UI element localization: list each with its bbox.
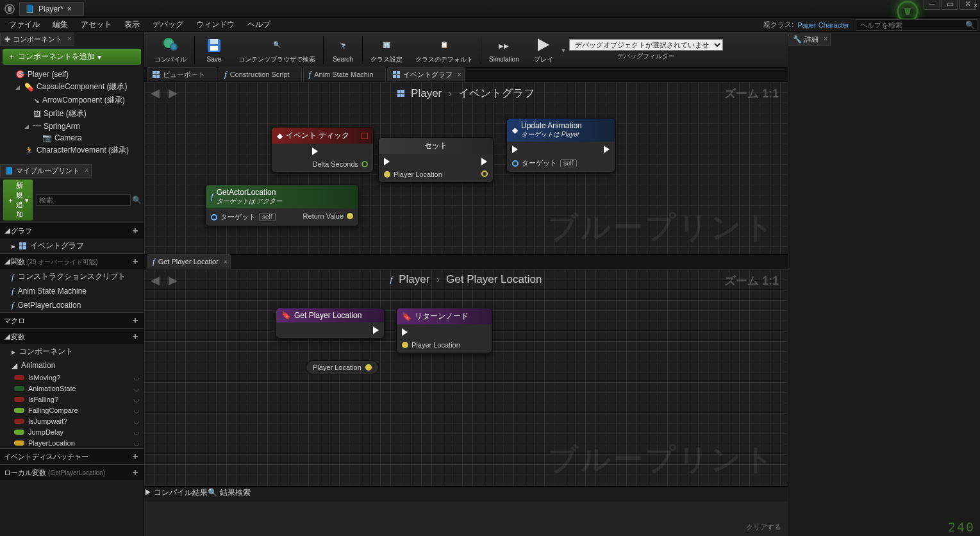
- visibility-icon[interactable]: ◡: [133, 428, 140, 436]
- pin-target[interactable]: ターゲットself: [211, 212, 276, 222]
- play-button[interactable]: プレイ: [526, 35, 561, 65]
- pin-target[interactable]: ターゲットself: [512, 158, 577, 168]
- clear-link[interactable]: クリアする: [746, 523, 781, 532]
- menu-asset[interactable]: アセット: [74, 18, 118, 31]
- variable-row[interactable]: IsJumpwait?◡: [0, 415, 144, 426]
- exec-out-pin[interactable]: [604, 146, 610, 153]
- node-event-tick[interactable]: ◆イベント ティック Delta Seconds: [271, 127, 374, 172]
- function-item[interactable]: fコンストラクションスクリプト: [0, 269, 144, 284]
- close-icon[interactable]: ×: [224, 258, 228, 265]
- tree-row[interactable]: 📷 Camera: [0, 132, 144, 144]
- section-variables[interactable]: ◢変数＋: [0, 328, 144, 344]
- exec-in-pin[interactable]: [402, 328, 460, 336]
- add-new-button[interactable]: ＋新規追加▾: [3, 180, 33, 221]
- plus-icon[interactable]: ＋: [131, 225, 140, 237]
- tree-row[interactable]: 🏃 CharacterMovement (継承): [0, 144, 144, 157]
- parent-class-link[interactable]: Paper Character: [797, 21, 849, 29]
- visibility-icon[interactable]: ◡: [133, 417, 140, 425]
- section-local-vars[interactable]: ローカル変数 (GetPlayerLocation)＋: [0, 464, 144, 480]
- function-item[interactable]: fGetPlayerLocation: [0, 298, 144, 312]
- tab-get-player-location[interactable]: fGet Player Locatior×: [147, 254, 231, 269]
- debug-object-select[interactable]: デバッグオブジェクトが選択されていません: [569, 39, 723, 51]
- tab-compile-results[interactable]: ▶ コンパイル結果×: [144, 487, 208, 501]
- tab-event-graph[interactable]: イベントグラフ×: [387, 67, 465, 81]
- tree-row[interactable]: ↘ ArrowComponent (継承): [0, 94, 144, 107]
- details-tab[interactable]: 🔧 詳細×: [788, 33, 831, 46]
- tree-row[interactable]: 🎯 Player (self): [0, 69, 144, 80]
- node-return[interactable]: 🔖リターンノード Player Location: [396, 308, 492, 353]
- exec-out-pin[interactable]: [481, 158, 488, 165]
- menu-debug[interactable]: デバッグ: [146, 18, 190, 31]
- event-graph-canvas[interactable]: ◀ ▶ Player › イベントグラフ ズーム 1:1 ブループリント: [144, 82, 788, 255]
- var-group[interactable]: ▸コンポーネント: [0, 344, 144, 359]
- visibility-icon[interactable]: ◡: [133, 384, 140, 392]
- menu-window[interactable]: ウィンドウ: [190, 18, 241, 31]
- node-function-entry[interactable]: 🔖Get Player Location: [276, 308, 385, 339]
- tab-anim-state[interactable]: fAnim State Machin: [303, 67, 386, 81]
- close-icon[interactable]: ×: [67, 35, 71, 42]
- exec-out-pin[interactable]: [312, 147, 368, 155]
- section-functions[interactable]: ◢関数 (29 オーバーライド可能)＋: [0, 253, 144, 269]
- close-icon[interactable]: ×: [67, 4, 72, 13]
- node-get-actor-location[interactable]: fGetActorLocationターゲットは アクター ターゲットself R…: [205, 185, 359, 226]
- variable-row[interactable]: PlayerLocation◡: [0, 437, 144, 448]
- menu-view[interactable]: 表示: [118, 18, 146, 31]
- plus-icon[interactable]: ＋: [131, 467, 140, 478]
- menu-help[interactable]: ヘルプ: [241, 18, 277, 31]
- chevron-down-icon[interactable]: ▾: [561, 46, 565, 54]
- variable-row[interactable]: IsMoving?◡: [0, 372, 144, 383]
- tree-row[interactable]: ◢💊 CapsuleComponent (継承): [0, 80, 144, 94]
- close-icon[interactable]: ×: [824, 35, 827, 42]
- menu-edit[interactable]: 編集: [46, 18, 74, 31]
- myblueprint-tab[interactable]: 📘 マイブループリント ×: [0, 164, 92, 178]
- add-component-button[interactable]: ＋ コンポーネントを追加 ▾: [3, 49, 141, 65]
- pin-player-location[interactable]: Player Location: [402, 341, 460, 349]
- tab-find-results[interactable]: 🔍 結果検索×: [208, 487, 250, 501]
- class-defaults-button[interactable]: 📋クラスのデフォルト: [409, 35, 479, 65]
- class-settings-button[interactable]: 🏢クラス設定: [364, 35, 409, 65]
- components-tab[interactable]: ✚ コンポーネント ×: [0, 33, 74, 46]
- variable-row[interactable]: JumpDelay◡: [0, 426, 144, 437]
- visibility-icon[interactable]: ◡: [133, 439, 140, 447]
- compile-button[interactable]: コンパイル: [148, 35, 193, 65]
- function-item[interactable]: fAnim State Machine: [0, 284, 144, 298]
- save-button[interactable]: Save: [196, 35, 232, 64]
- close-icon[interactable]: ×: [974, 2, 977, 9]
- document-tab[interactable]: 📘 Player* ×: [19, 2, 84, 16]
- plus-icon[interactable]: ＋: [131, 315, 140, 326]
- tree-row[interactable]: ◢〰 SpringArm: [0, 121, 144, 132]
- node-set[interactable]: セット Player Location: [378, 137, 494, 183]
- simulation-button[interactable]: ▶▶Simulation: [483, 35, 526, 64]
- tree-row[interactable]: 🖼 Sprite (継承): [0, 107, 144, 121]
- visibility-icon[interactable]: ◡: [133, 373, 140, 381]
- exec-out-pin[interactable]: [373, 326, 379, 334]
- menu-file[interactable]: ファイル: [3, 18, 46, 31]
- visibility-icon[interactable]: ◡: [133, 395, 140, 403]
- node-variable-get[interactable]: Player Location: [306, 360, 379, 374]
- pin-player-location-in[interactable]: Player Location: [384, 171, 442, 178]
- exec-in-pin[interactable]: [512, 146, 577, 153]
- plus-icon[interactable]: ＋: [131, 256, 140, 267]
- section-macros[interactable]: マクロ＋: [0, 312, 144, 328]
- pin-return-value[interactable]: Return Value: [303, 212, 353, 220]
- tab-construction[interactable]: fConstruction Script: [219, 67, 302, 81]
- tab-viewport[interactable]: ビューポート: [147, 67, 217, 81]
- pin-out[interactable]: [365, 364, 372, 371]
- mybp-search-input[interactable]: [36, 194, 131, 206]
- help-search-input[interactable]: [856, 19, 977, 31]
- variable-row[interactable]: IsFalling?◡: [0, 394, 144, 405]
- pin-value-out[interactable]: [481, 171, 488, 177]
- minimize-button[interactable]: ─: [924, 0, 940, 10]
- function-graph-canvas[interactable]: ◀▶ f Player›Get Player Location ズーム 1:1 …: [144, 269, 788, 486]
- close-icon[interactable]: ×: [85, 167, 88, 174]
- find-in-cb-button[interactable]: 🔍コンテンツブラウザで検索: [232, 35, 322, 65]
- section-dispatchers[interactable]: イベントディスパッチャー＋: [0, 448, 144, 464]
- graph-item[interactable]: ▸イベントグラフ: [0, 239, 144, 253]
- plus-icon[interactable]: ＋: [131, 451, 140, 462]
- exec-in-pin[interactable]: [384, 158, 442, 165]
- search-button[interactable]: 🔭Search: [325, 35, 361, 64]
- pin-delta-seconds[interactable]: Delta Seconds: [312, 160, 368, 168]
- variable-row[interactable]: AnimationState◡: [0, 383, 144, 394]
- visibility-icon[interactable]: ◡: [133, 406, 140, 414]
- section-graphs[interactable]: ◢グラフ＋: [0, 222, 144, 239]
